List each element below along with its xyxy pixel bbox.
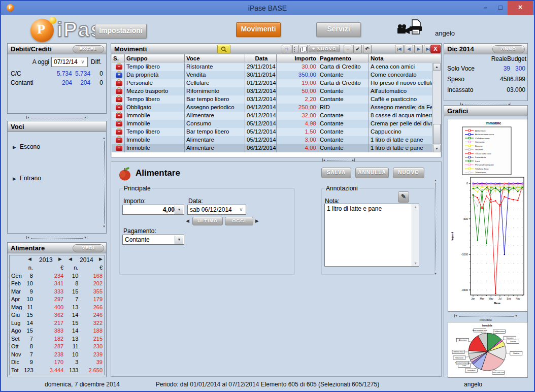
servizi-button[interactable]: Servizi: [316, 22, 361, 37]
pagamento-cell: Contante: [318, 120, 369, 128]
nota-scrollbar[interactable]: ▲ ▼: [412, 204, 419, 266]
minimize-button[interactable]: –: [478, 1, 492, 15]
table-row[interactable]: +Da proprietàVendita30/11/2014350,00Cont…: [112, 71, 432, 79]
splitter-handle[interactable]: ▼▼: [454, 314, 518, 318]
annulla-button[interactable]: ANNULLA: [355, 168, 389, 178]
voci-item-escono[interactable]: ▶Escono: [8, 132, 106, 164]
excel-button[interactable]: EXCEL: [73, 45, 104, 53]
date-forward-arrow[interactable]: ▶: [255, 218, 259, 223]
close-grid-button[interactable]: X: [430, 45, 441, 53]
search-button[interactable]: [217, 45, 230, 53]
col-importo[interactable]: Importo: [277, 54, 318, 62]
anno-button[interactable]: ANNO: [492, 45, 525, 53]
splitter-handle[interactable]: ▲▼: [433, 179, 438, 275]
nota-textarea[interactable]: 1 litro di latte e pane: [324, 204, 419, 267]
importo-cell: 350,00: [277, 71, 318, 79]
prev-record-button[interactable]: ◀: [405, 45, 413, 53]
voci-item-entrano[interactable]: ▶Entrano: [8, 164, 106, 195]
nuovo-button[interactable]: + NUOVO: [309, 45, 340, 52]
month-label: Dic: [10, 358, 24, 367]
nota-cell: All'automatico: [369, 87, 432, 95]
maximize-button[interactable]: □: [493, 1, 508, 15]
chevron-down-icon[interactable]: ∨: [79, 58, 86, 66]
first-record-button[interactable]: |◀: [395, 45, 404, 53]
importo-field[interactable]: 4,00 ▼: [122, 205, 184, 215]
scroll-down-icon[interactable]: ▼: [433, 145, 441, 152]
svg-text:Immobile: Immobile: [482, 324, 492, 327]
table-row[interactable]: −Mezzo trasportoRifornimento03/12/201450…: [112, 87, 432, 95]
col-voce[interactable]: Voce: [185, 54, 245, 62]
copy-icon[interactable]: [298, 45, 308, 53]
a-oggi-label: A oggi: [12, 58, 49, 66]
count-2013: 123: [24, 367, 33, 375]
next-record-button[interactable]: ▶: [414, 45, 423, 53]
expense-icon: −: [116, 89, 122, 94]
data-cell: 03/12/2014: [245, 95, 277, 104]
date-combo[interactable]: 07/12/14 ∨: [51, 57, 88, 67]
col-nota[interactable]: Nota: [369, 54, 432, 62]
debiti-crediti-panel: Debiti/Crediti EXCEL A oggi 07/12/14 ∨ D…: [7, 43, 107, 114]
voce-cell: Bar tempo libero: [185, 128, 245, 136]
table-row[interactable]: −Tempo liberoRistorante29/11/201430,00Ca…: [112, 63, 432, 71]
prev-year-arrow[interactable]: ◀: [69, 256, 72, 262]
prev-year-arrow[interactable]: ◀: [28, 256, 31, 262]
col-data[interactable]: Data: [245, 54, 277, 62]
importo-label: Importo:: [123, 198, 146, 205]
printer-icon[interactable]: [408, 19, 422, 36]
month-label: Lug: [10, 319, 24, 328]
salva-button[interactable]: SALVA: [321, 168, 351, 178]
expand-arrow-icon: ▶: [13, 176, 16, 181]
confirm-button[interactable]: ✔: [353, 45, 362, 53]
vedi-button[interactable]: VEDI: [73, 244, 104, 252]
data-field[interactable]: sab 06/12/2014 ∨: [187, 205, 246, 215]
nuovo-detail-button[interactable]: NUOVO: [393, 168, 424, 178]
scroll-up-icon[interactable]: ▲: [433, 63, 441, 71]
splitter-handle[interactable]: ▲▼: [102, 137, 106, 228]
undo-button[interactable]: ↶: [363, 45, 372, 53]
sort-icon[interactable]: ↑↓: [282, 45, 291, 53]
gruppo-cell: Immobile: [125, 112, 185, 120]
table-row[interactable]: −ImmobileAlimentare06/12/20144,00Contant…: [112, 144, 432, 152]
vertical-scrollbar[interactable]: ▲ ▼: [432, 63, 441, 152]
pagamento-field[interactable]: Contante ▼: [122, 235, 184, 245]
oggi-button[interactable]: OGGI: [225, 217, 253, 225]
reale-value: 39: [481, 63, 510, 74]
next-year-arrow[interactable]: ▶: [99, 256, 103, 262]
table-row[interactable]: −Tempo liberoBar tempo libero05/12/20141…: [112, 128, 432, 136]
amount-2014: 355: [78, 288, 104, 296]
combo-arrow-icon[interactable]: ▼: [175, 236, 183, 244]
monthly-row: Apr102977179: [10, 296, 104, 304]
delete-row-button[interactable]: −: [344, 45, 352, 53]
close-button[interactable]: ×: [508, 1, 533, 15]
budget-value: 3.000: [510, 85, 527, 95]
table-row[interactable]: −ImmobileAlimentare04/12/201432,00Contan…: [112, 112, 432, 120]
count-2014: 14: [63, 311, 78, 319]
col-s[interactable]: S.: [112, 54, 125, 62]
chevron-down-icon[interactable]: ∨: [238, 206, 245, 214]
table-row[interactable]: −ImmobileAlimentare05/12/20143,00Contant…: [112, 136, 432, 144]
col-pagamento[interactable]: Pagamento: [318, 54, 369, 62]
ultimo-button[interactable]: ULTIMO: [192, 217, 223, 225]
nota-cell: Assegno mensile; da Febbraio 2014 son: [369, 104, 432, 112]
amount-2014: 215: [78, 335, 104, 343]
splitter-handle[interactable]: ▼▼: [26, 236, 87, 240]
monthly-row: Set718213215: [10, 335, 104, 343]
splitter-handle[interactable]: ▲▲: [26, 115, 87, 119]
col-eur-header: €: [78, 264, 104, 272]
next-year-arrow[interactable]: ▶: [58, 256, 62, 262]
movimenti-button[interactable]: Movimenti: [236, 22, 281, 37]
pen-icon[interactable]: ✎: [398, 191, 409, 203]
count-2013: 15: [24, 311, 33, 319]
monthly-row: Ott828711230: [10, 343, 104, 351]
voce-cell: Rifornimento: [185, 87, 245, 95]
table-row[interactable]: −Tempo liberoBar tempo libero03/12/20142…: [112, 95, 432, 104]
date-back-arrow[interactable]: ◀: [186, 218, 189, 223]
scrollbar-thumb[interactable]: [433, 124, 441, 144]
table-row[interactable]: −ObbligatoAssegno periodico04/12/2014250…: [112, 104, 432, 112]
table-row[interactable]: −ImmobileConsumo05/12/20144,98ContanteCr…: [112, 120, 432, 128]
gruppo-cell: Immobile: [125, 144, 185, 152]
col-gruppo[interactable]: Gruppo: [125, 54, 185, 62]
table-row[interactable]: −PersonaleCellulare01/12/201419,00Carta …: [112, 79, 432, 87]
combo-arrow-icon[interactable]: ▼: [175, 206, 183, 214]
impostazioni-button[interactable]: Impostazioni: [95, 24, 147, 39]
